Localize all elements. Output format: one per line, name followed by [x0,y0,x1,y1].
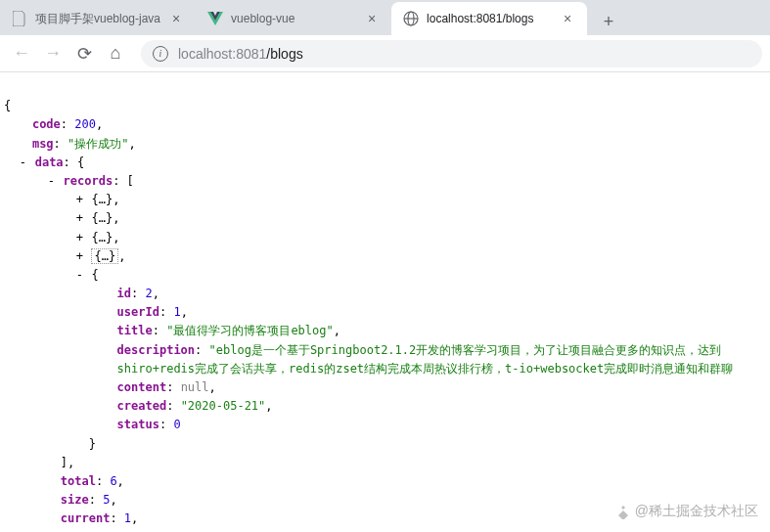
json-value: 1 [124,511,131,525]
reload-button[interactable]: ⟳ [70,40,98,67]
json-value: "操作成功" [68,137,128,151]
json-key: status [117,418,159,431]
json-value: 200 [74,117,96,131]
json-value: "2020-05-21" [181,399,266,413]
watermark: @稀土掘金技术社区 [615,503,758,520]
close-icon[interactable]: × [560,11,575,26]
tab-1[interactable]: 项目脚手架vueblog-java × [0,2,196,35]
forward-button[interactable]: → [39,40,67,67]
close-icon[interactable]: × [364,11,380,26]
browser-tabs-bar: 项目脚手架vueblog-java × vueblog-vue × localh… [0,0,770,35]
json-response-viewer: { code: 200, msg: "操作成功", - data: { - re… [0,72,770,532]
juejin-icon [615,504,631,519]
tab-3[interactable]: localhost:8081/blogs × [391,2,587,35]
json-value-cont: shiro+redis完成了会话共享，redis的zset结构完成本周热议排行榜… [117,362,734,376]
browser-toolbar: ← → ⟳ ⌂ i localhost:8081/blogs [0,35,770,72]
json-key: current [61,511,111,525]
json-value: 2 [146,287,153,300]
json-value: 1 [173,305,180,319]
vue-icon [207,11,223,26]
json-value: 0 [173,418,180,431]
collapsed-object[interactable]: {…} [91,193,113,206]
expand-toggle[interactable]: + [74,209,84,228]
collapsed-object[interactable]: {…} [91,211,113,225]
json-key: total [61,474,96,488]
home-button[interactable]: ⌂ [102,40,129,67]
back-button[interactable]: ← [8,40,35,67]
json-key: description [117,343,195,357]
json-key: userId [117,305,159,319]
file-icon [12,11,27,26]
expand-toggle[interactable]: + [74,247,84,266]
json-key: msg [32,137,54,151]
json-value: 6 [110,474,116,488]
expand-toggle[interactable]: + [74,229,84,247]
collapsed-object-focused[interactable]: {…} [91,248,118,264]
json-key: title [117,324,153,337]
close-icon[interactable]: × [168,11,184,26]
expand-toggle[interactable]: + [74,191,84,209]
json-key: size [61,493,89,507]
json-key: data [35,155,64,169]
json-key: id [117,287,131,300]
tab-title: vueblog-vue [231,12,356,25]
json-value: "最值得学习的博客项目eblog" [166,324,334,337]
tab-title: localhost:8081/blogs [427,12,552,25]
new-tab-button[interactable]: + [595,8,622,35]
collapsed-object[interactable]: {…} [91,231,113,244]
json-key: code [32,117,61,131]
tab-2[interactable]: vueblog-vue × [196,2,391,35]
collapse-toggle[interactable]: - [46,172,56,191]
json-value: "eblog是一个基于Springboot2.1.2开发的博客学习项目，为了让项… [209,343,722,357]
json-key: created [117,399,167,413]
tab-title: 项目脚手架vueblog-java [35,11,160,27]
globe-icon [403,11,419,26]
json-key: content [117,380,167,394]
json-value: null [181,380,209,394]
url-text: localhost:8081/blogs [178,46,303,62]
collapse-toggle[interactable]: - [18,154,27,172]
info-icon[interactable]: i [153,46,168,62]
address-bar[interactable]: i localhost:8081/blogs [141,40,762,67]
collapse-toggle[interactable]: - [74,266,84,285]
json-key: records [64,174,113,188]
